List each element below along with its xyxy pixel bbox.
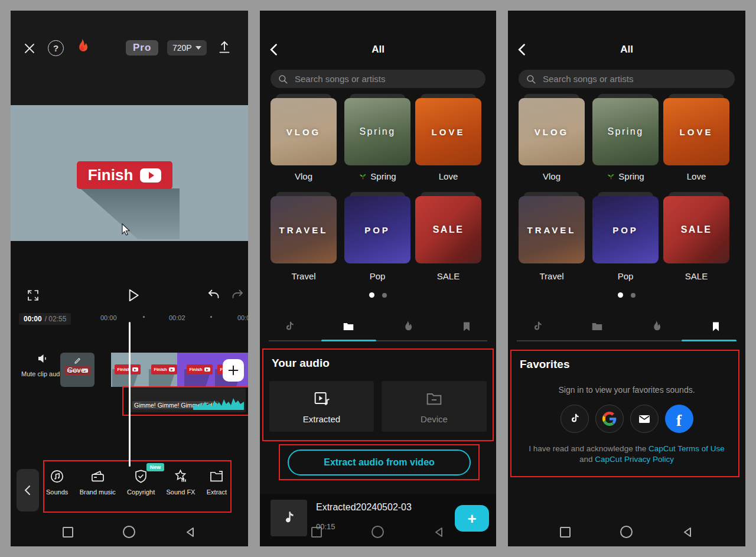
close-icon[interactable] [22, 41, 37, 56]
audio-clip[interactable]: Gimme! Gimme! Gimme!(Edit) [129, 388, 246, 412]
signin-email-button[interactable] [630, 405, 659, 433]
facebook-icon: f [676, 412, 682, 430]
category-card-pop[interactable]: POP [592, 196, 659, 263]
category-label: Spring [344, 171, 410, 181]
tab-tiktok-music[interactable] [508, 313, 568, 340]
clip-finish-chip: Finish [151, 364, 177, 374]
tab-library[interactable] [319, 313, 378, 340]
signin-facebook-button[interactable]: f [665, 405, 693, 433]
export-icon[interactable] [217, 39, 232, 56]
extracted-label: Extracted [303, 414, 340, 424]
toolbar-copyright[interactable]: New Copyright [127, 468, 155, 496]
extracted-folder-card[interactable]: Extracted [269, 381, 374, 432]
search-input[interactable] [542, 73, 728, 84]
search-bar[interactable] [271, 70, 485, 88]
privacy-policy-link[interactable]: CapCut Privacy Policy [595, 455, 674, 464]
category-card-spring[interactable]: Spring [592, 98, 659, 165]
nav-home-button[interactable] [372, 526, 384, 538]
resolution-dropdown[interactable]: 720P [167, 40, 207, 56]
category-card-love[interactable]: LOVE [415, 98, 481, 165]
tiktok-icon [568, 412, 581, 426]
folder-icon [341, 320, 356, 333]
playhead[interactable] [129, 322, 131, 467]
flame-icon [402, 320, 413, 334]
category-card-travel[interactable]: TRAVEL [271, 196, 337, 263]
category-card-love[interactable]: LOVE [663, 98, 729, 165]
category-card-sale[interactable]: SALE [415, 196, 481, 263]
tab-trending[interactable] [627, 313, 686, 340]
nav-square-button[interactable] [311, 527, 322, 538]
category-card-pop[interactable]: POP [344, 196, 410, 263]
category-label: Travel [519, 271, 585, 281]
seedling-icon [359, 172, 367, 181]
category-label: Travel [271, 271, 337, 281]
mute-label: Mute clip audio [21, 370, 65, 377]
nav-home-button[interactable] [620, 526, 633, 538]
category-card-spring[interactable]: Spring [344, 98, 410, 165]
search-bar[interactable] [519, 70, 735, 88]
flame-icon[interactable] [74, 38, 90, 56]
fullscreen-icon[interactable] [26, 288, 40, 302]
search-icon [526, 74, 536, 84]
terms-text: I have read and acknowledge the CapCut T… [524, 444, 729, 464]
toolbar-brand-music[interactable]: Brand music [80, 468, 116, 496]
dot-inactive [631, 293, 636, 298]
add-clip-button[interactable] [223, 359, 244, 382]
bookmark-icon [710, 320, 722, 333]
nav-square-button[interactable] [63, 527, 73, 538]
pro-badge[interactable]: Pro [126, 40, 158, 56]
dot-active [618, 292, 623, 298]
redo-icon[interactable] [230, 288, 245, 302]
signin-google-button[interactable] [595, 405, 624, 433]
undo-icon[interactable] [207, 288, 221, 302]
pencil-icon [73, 356, 82, 365]
tab-library[interactable] [568, 313, 627, 340]
cover-label: Cover [67, 366, 88, 374]
toolbar-sound-fx[interactable]: Sound FX [167, 468, 195, 496]
terms-of-use-link[interactable]: CapCut Terms of Use [649, 444, 725, 453]
star-fx-icon [172, 468, 188, 484]
category-label: Pop [344, 271, 410, 281]
extract-audio-button[interactable]: Extract audio from video [288, 449, 471, 475]
device-folder-card[interactable]: Device [382, 381, 487, 432]
category-label: Love [663, 171, 729, 181]
tab-favorites[interactable] [686, 313, 746, 340]
search-input[interactable] [294, 73, 478, 84]
nav-back-button[interactable] [185, 526, 197, 538]
category-card-sale[interactable]: SALE [663, 196, 729, 263]
cover-thumbnail[interactable]: Finish Cover [60, 353, 94, 387]
nav-home-button[interactable] [123, 526, 135, 538]
android-navbar [508, 526, 745, 538]
audio-toolbar: Sounds Brand music New Copyright Sound [46, 468, 227, 496]
speaker-icon [36, 352, 50, 365]
category-label: Vlog [519, 171, 585, 181]
pagination-dots[interactable] [508, 292, 745, 298]
nav-back-button[interactable] [434, 526, 445, 538]
tab-tiktok-music[interactable] [260, 313, 319, 340]
category-label: SALE [415, 271, 481, 281]
play-button[interactable] [125, 287, 140, 304]
ruler-tick: 00:0 [237, 314, 248, 321]
nav-square-button[interactable] [560, 527, 571, 538]
plus-icon [227, 364, 240, 377]
signin-tiktok-button[interactable] [561, 405, 589, 433]
flame-icon [650, 320, 662, 334]
tab-divider [269, 340, 487, 341]
tab-trending[interactable] [378, 313, 437, 340]
category-card-vlog[interactable]: VLOG [519, 98, 585, 165]
category-card-vlog[interactable]: VLOG [271, 98, 337, 165]
toolbar-extract[interactable]: Extract [207, 468, 227, 496]
help-icon[interactable]: ? [48, 40, 64, 56]
category-card-travel[interactable]: TRAVEL [519, 196, 585, 263]
tab-favorites[interactable] [437, 313, 496, 340]
toolbar-sounds[interactable]: Sounds [46, 468, 68, 496]
nav-back-button[interactable] [682, 526, 694, 538]
pagination-dots[interactable] [260, 292, 496, 298]
toolbar-back-button[interactable] [17, 469, 39, 512]
favorites-heading: Favorites [520, 358, 569, 371]
video-preview[interactable]: Finish [11, 105, 248, 241]
category-label: SALE [663, 271, 729, 281]
timecode-display: 00:00 / 02:55 [19, 313, 71, 325]
ruler-tick: 00:00 [100, 314, 117, 321]
audio-list-item[interactable]: Extracted20240502-03 00:15 + [260, 494, 496, 546]
